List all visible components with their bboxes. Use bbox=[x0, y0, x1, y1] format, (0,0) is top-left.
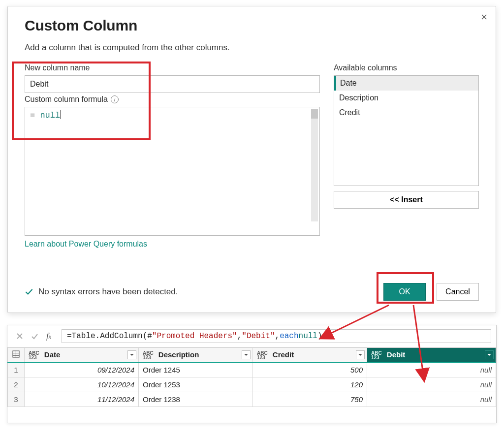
row-number: 2 bbox=[8, 377, 25, 392]
formula-label-text: Custom column formula bbox=[25, 95, 108, 104]
col-header-label: Date bbox=[44, 350, 61, 359]
formula-editor[interactable]: = null bbox=[25, 107, 320, 236]
filter-dropdown-icon[interactable] bbox=[242, 350, 251, 359]
close-icon[interactable]: ✕ bbox=[478, 11, 490, 23]
available-columns-list[interactable]: Date Description Credit bbox=[334, 75, 479, 186]
col-header-description[interactable]: ABC123 Description bbox=[139, 348, 253, 363]
formula-eq: = bbox=[30, 111, 40, 120]
row-number: 1 bbox=[8, 363, 25, 377]
scrollbar[interactable] bbox=[311, 109, 318, 221]
row-number: 3 bbox=[8, 392, 25, 407]
learn-link[interactable]: Learn about Power Query formulas bbox=[25, 240, 147, 249]
cell-debit: null bbox=[367, 392, 496, 407]
cell-date: 10/12/2024 bbox=[25, 377, 139, 392]
new-column-name-label: New column name bbox=[25, 63, 320, 72]
available-column-item[interactable]: Description bbox=[334, 91, 478, 105]
ok-button[interactable]: OK bbox=[383, 283, 426, 301]
formula-null-token: null bbox=[40, 111, 60, 120]
filter-dropdown-icon[interactable] bbox=[356, 350, 365, 359]
fx-open: ( bbox=[143, 332, 148, 341]
formula-bar-input[interactable]: = Table.AddColumn(#"Promoted Headers", "… bbox=[62, 329, 491, 343]
custom-column-dialog: ✕ Custom Column Add a column that is com… bbox=[7, 6, 496, 313]
table-row[interactable]: 2 10/12/2024 Order 1253 120 null bbox=[8, 377, 496, 392]
fx-null: null bbox=[299, 332, 317, 341]
dialog-subtitle: Add a column that is computed from the o… bbox=[25, 43, 479, 53]
text-caret bbox=[61, 110, 61, 119]
status-text: No syntax errors have been detected. bbox=[38, 287, 178, 297]
result-table: ABC123 Date ABC123 Description ABC123 Cr… bbox=[7, 347, 496, 407]
check-icon bbox=[25, 287, 33, 296]
cell-description: Order 1245 bbox=[139, 363, 253, 377]
col-header-debit[interactable]: ABC123 Debit bbox=[367, 348, 496, 363]
cell-date: 09/12/2024 bbox=[25, 363, 139, 377]
svg-rect-2 bbox=[13, 351, 19, 357]
fx-sep1: , bbox=[237, 332, 242, 341]
commit-formula-icon[interactable] bbox=[27, 329, 42, 343]
cancel-button[interactable]: Cancel bbox=[437, 283, 479, 301]
cell-debit: null bbox=[367, 377, 496, 392]
cell-date: 11/12/2024 bbox=[25, 392, 139, 407]
query-result-panel: fx = Table.AddColumn(#"Promoted Headers"… bbox=[7, 325, 497, 423]
cell-credit: 500 bbox=[253, 363, 367, 377]
fx-hash: # bbox=[147, 332, 152, 341]
cancel-formula-icon[interactable] bbox=[12, 329, 27, 343]
dialog-title: Custom Column bbox=[25, 17, 479, 34]
available-column-item[interactable]: Credit bbox=[334, 105, 478, 120]
fx-sep2: , bbox=[275, 332, 280, 341]
fx-close: ) bbox=[317, 332, 322, 341]
cell-description: Order 1238 bbox=[139, 392, 253, 407]
formula-label: Custom column formula i bbox=[25, 95, 320, 104]
cell-debit: null bbox=[367, 363, 496, 377]
insert-button[interactable]: << Insert bbox=[334, 191, 479, 209]
table-corner-icon[interactable] bbox=[8, 348, 25, 363]
col-header-label: Debit bbox=[387, 350, 406, 359]
new-column-name-input[interactable] bbox=[25, 75, 320, 93]
table-row[interactable]: 1 09/12/2024 Order 1245 500 null bbox=[8, 363, 496, 377]
fx-eq: = bbox=[67, 332, 72, 341]
fx-each: each bbox=[280, 332, 298, 341]
info-icon[interactable]: i bbox=[111, 95, 119, 103]
fx-fn: Table.AddColumn bbox=[72, 332, 143, 341]
cell-credit: 120 bbox=[253, 377, 367, 392]
fx-arg1: "Promoted Headers" bbox=[152, 332, 237, 341]
cell-description: Order 1253 bbox=[139, 377, 253, 392]
fx-icon[interactable]: fx bbox=[42, 331, 56, 341]
filter-dropdown-icon[interactable] bbox=[127, 350, 136, 359]
available-columns-label: Available columns bbox=[334, 63, 479, 72]
fx-arg2: "Debit" bbox=[242, 332, 275, 341]
cell-credit: 750 bbox=[253, 392, 367, 407]
available-column-item[interactable]: Date bbox=[334, 76, 478, 91]
table-row[interactable]: 3 11/12/2024 Order 1238 750 null bbox=[8, 392, 496, 407]
col-header-label: Credit bbox=[273, 350, 294, 359]
col-header-credit[interactable]: ABC123 Credit bbox=[253, 348, 367, 363]
filter-dropdown-icon[interactable] bbox=[485, 350, 494, 359]
col-header-date[interactable]: ABC123 Date bbox=[25, 348, 139, 363]
col-header-label: Description bbox=[158, 350, 199, 359]
